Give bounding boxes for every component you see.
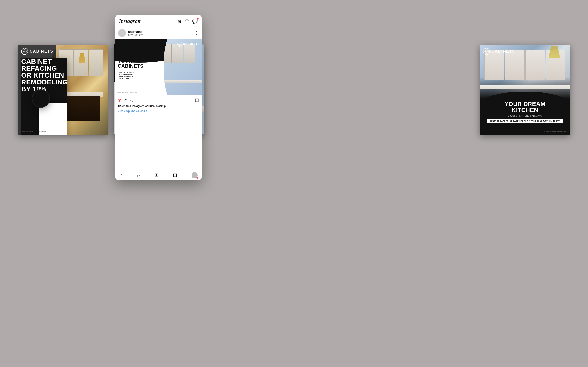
ig-reface: REFACE <box>118 53 152 58</box>
ig-spacer <box>115 115 202 170</box>
ig-logo-row: I&E CABINETS <box>177 42 200 47</box>
ig-counter <box>157 80 202 83</box>
ig-cab <box>171 44 183 63</box>
right-card-logo-emblem: I&E <box>483 48 490 55</box>
ig-nav-reels[interactable]: ⊞ <box>154 172 158 178</box>
countertop-sim <box>480 85 570 89</box>
pendant-light <box>77 47 87 66</box>
cabinet-door <box>525 50 545 80</box>
right-footer-url: www.facebook.com/iecabinets <box>546 131 567 132</box>
instagram-header: Instagram ⊕ ♡ 💬 <box>115 15 202 27</box>
ig-your: YOUR <box>118 58 152 64</box>
ig-post-fb: f <box>117 92 118 93</box>
ig-header-icons: ⊕ ♡ 💬 <box>178 19 198 24</box>
scene: I&E CABINETS WE GUARANTEE WE WILL BEAT A… <box>0 0 588 367</box>
ig-plus-icon[interactable]: ⊕ <box>178 19 182 24</box>
right-card-overlay: YOUR DREAM KITCHEN IS JUST ONE PHONE CAL… <box>480 92 570 135</box>
right-fb-icon: f <box>544 130 545 133</box>
ig-messenger-icon[interactable]: 💬 <box>192 19 198 24</box>
right-card-logo-row: I&E CABINETS <box>483 48 515 55</box>
right-headline-2: KITCHEN <box>505 107 545 113</box>
pendant-shade <box>79 52 85 64</box>
ig-logo-emblem: I&E <box>177 42 182 47</box>
ig-post-footer: f www.facebook.com/iecabinets <box>117 92 137 93</box>
ig-caption: username Instagram Carrusel Mockup <box>115 104 202 109</box>
ig-nav-home[interactable]: ⌂ <box>120 172 122 178</box>
ig-post-url: www.facebook.com/iecabinets <box>118 92 137 93</box>
ig-avatar <box>118 29 126 37</box>
right-card-cta: CONTACT DAVE AT I&E CABINETS FOR A FREE … <box>487 119 563 123</box>
ig-bookmark-icon[interactable]: ⊟ <box>195 97 199 103</box>
ig-location: City, Country <box>128 33 192 36</box>
ig-nav-dot <box>196 177 198 179</box>
ig-cab <box>183 44 195 63</box>
chandelier-shape <box>549 46 560 58</box>
left-card-logo-row: I&E CABINETS <box>21 48 53 55</box>
svg-text:I&E: I&E <box>485 51 488 52</box>
pendant-stem <box>82 47 82 52</box>
phone-frame: Instagram ⊕ ♡ 💬 username City, Country ⋮ <box>115 15 202 180</box>
ig-post-image: I&E CABINETS Don't Replace, REFACE YOUR … <box>115 39 202 95</box>
ig-comment-icon[interactable]: ○ <box>124 97 127 103</box>
svg-text:I&E: I&E <box>23 51 26 52</box>
ig-text: Don't Replace, REFACE YOUR CABINETS FOR … <box>118 50 152 81</box>
ig-brand: CABINETS <box>183 42 200 46</box>
right-card: I&E CABINETS YOUR DREAM KITCHEN IS JUST … <box>480 45 570 135</box>
ig-reface-heading: REFACE YOUR CABINETS <box>118 53 152 69</box>
ig-username: username <box>128 30 192 33</box>
ig-share-icon[interactable]: ◁ <box>130 97 134 103</box>
right-card-sub: IS JUST ONE PHONE CALL AWAY! <box>507 115 543 117</box>
ig-user-row: username City, Country ⋮ <box>115 27 202 39</box>
ig-user-info: username City, Country <box>128 30 192 36</box>
heading-line2: REFACING <box>21 65 67 72</box>
left-card-brand: CABINETS <box>30 49 53 54</box>
left-card-heading: CABINET REFACING OR KITCHEN REMODELING B… <box>21 58 67 92</box>
ghost-logo: I&E <box>32 90 50 108</box>
ig-more-icon[interactable]: ⋮ <box>195 31 199 35</box>
heading-line1: CABINET <box>21 58 67 65</box>
left-card-footer: f www.facebook.com/iecabinets <box>20 130 46 133</box>
notification-dot <box>197 18 199 20</box>
ig-heart-icon[interactable]: ♡ <box>185 19 189 24</box>
chandelier-hint <box>543 46 565 63</box>
cabinet-door <box>89 49 103 76</box>
ig-subtext: FOR FULL KITCHENMAKEOVERS ANDSAVE THOUSA… <box>119 71 144 80</box>
heading-line4: REMODELING <box>21 79 67 85</box>
guarantee-box: WE GUARANTEE WE WILL BEAT ANY ADVERTISED… <box>39 103 67 135</box>
instagram-logo: Instagram <box>119 18 142 24</box>
right-card-footer: f www.facebook.com/iecabinets <box>544 130 567 133</box>
ig-cabinets: CABINETS <box>118 64 152 69</box>
right-headline-1: YOUR DREAM <box>505 101 545 107</box>
svg-text:I&E: I&E <box>179 44 181 45</box>
left-card-logo-emblem: I&E <box>21 48 28 55</box>
ig-hashtags: #MockUp #SocialMedia <box>115 109 202 115</box>
fb-icon: f <box>20 130 21 133</box>
left-card: I&E CABINETS WE GUARANTEE WE WILL BEAT A… <box>18 45 108 135</box>
ig-like-icon[interactable]: ♥ <box>118 97 121 103</box>
right-card-brand: CABINETS <box>492 49 515 54</box>
ig-nav-shop[interactable]: ⊟ <box>173 172 177 178</box>
ig-dont-replace: Don't Replace, <box>118 50 152 53</box>
ig-nav-search[interactable]: ⌕ <box>137 172 140 178</box>
ig-nav-profile-container <box>191 172 198 178</box>
heading-line3: OR KITCHEN <box>21 72 67 79</box>
ig-bottom-nav: ⌂ ⌕ ⊞ ⊟ <box>115 170 202 180</box>
ig-post-inner: I&E CABINETS Don't Replace, REFACE YOUR … <box>115 39 202 95</box>
ig-subbox: FOR FULL KITCHENMAKEOVERS ANDSAVE THOUSA… <box>118 70 145 81</box>
ig-actions: ♥ ○ ◁ ⊟ <box>115 95 202 104</box>
right-card-headline: YOUR DREAM KITCHEN <box>505 101 545 114</box>
left-card-footer-url: www.facebook.com/iecabinets <box>22 131 46 133</box>
